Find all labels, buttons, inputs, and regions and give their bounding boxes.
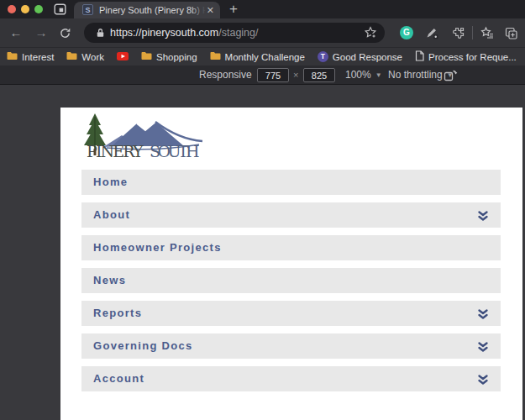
youtube-icon (117, 52, 129, 62)
folder-icon (141, 51, 152, 62)
main-menu: Home About Homeowner Projects News Repor… (81, 170, 501, 399)
address-bar[interactable]: https://pinerysouth.com/staging/ (84, 23, 385, 43)
minimize-window-button[interactable] (21, 5, 29, 13)
grammarly-extension-icon[interactable]: G (400, 26, 413, 39)
pen-extension-icon[interactable] (425, 26, 438, 43)
double-chevron-down-icon[interactable] (478, 308, 488, 323)
page-viewport: PINERY SOUTH Home About (60, 108, 522, 420)
extensions-puzzle-icon[interactable] (452, 26, 465, 43)
new-tab-button[interactable]: + (225, 0, 242, 18)
site-favicon: S (82, 4, 93, 15)
bookmark-good-response[interactable]: T Good Response (318, 51, 402, 62)
bookmark-youtube[interactable] (117, 52, 129, 62)
url-host: https://pinerysouth.com (110, 27, 218, 39)
menu-item-governing-docs[interactable]: Governing Docs (81, 333, 501, 359)
close-window-button[interactable] (8, 5, 16, 13)
zoom-dropdown[interactable]: 100%▼ (345, 66, 382, 84)
bookmark-process-for-request[interactable]: Process for Reque... (415, 50, 517, 63)
rotate-viewport-icon[interactable] (444, 69, 458, 84)
bookmark-interest[interactable]: Interest (7, 51, 54, 62)
folder-icon (66, 51, 77, 62)
dimension-separator: × (293, 66, 298, 84)
menu-item-home[interactable]: Home (81, 170, 501, 195)
folder-icon (7, 51, 18, 62)
tab-overview-icon[interactable] (54, 3, 66, 18)
double-chevron-down-icon[interactable] (478, 341, 488, 356)
chevron-down-icon: ▼ (375, 71, 382, 79)
forward-icon[interactable]: → (32, 18, 50, 47)
t-badge-icon: T (318, 51, 328, 62)
reload-icon[interactable] (59, 27, 71, 43)
menu-item-homeowner-projects[interactable]: Homeowner Projects (81, 235, 501, 260)
collections-icon[interactable] (504, 26, 518, 44)
viewport-height-input[interactable] (303, 68, 335, 82)
logo-word-south: SOUTH (150, 142, 200, 160)
zoom-window-button[interactable] (34, 5, 43, 13)
bookmark-monthly-challenge[interactable]: Monthly Challenge (210, 51, 305, 62)
double-chevron-down-icon[interactable] (478, 210, 488, 225)
close-tab-icon[interactable]: ✕ (207, 2, 214, 18)
device-toolbar: Responsive▼ × 100%▼ No throttling▼ (0, 66, 525, 85)
menu-item-reports[interactable]: Reports (81, 301, 501, 326)
navigation-bar: ← → https://pinerysouth.com/staging/ G (0, 18, 525, 47)
active-tab[interactable]: S Pinery South (Pinery 8b) HOA ✕ (74, 2, 220, 18)
bookmark-this-page-icon[interactable] (364, 26, 377, 43)
tab-title-fade (190, 2, 208, 18)
menu-item-news[interactable]: News (81, 268, 501, 293)
url-text: https://pinerysouth.com/staging/ (110, 23, 259, 43)
menu-item-account[interactable]: Account (81, 366, 501, 391)
viewport-width-input[interactable] (257, 68, 289, 82)
toolbar-divider (472, 26, 473, 39)
browser-window: S Pinery South (Pinery 8b) HOA ✕ + ← → h… (0, 0, 525, 420)
device-mode-dropdown[interactable]: Responsive▼ (199, 66, 263, 84)
document-icon (415, 50, 424, 63)
bookmark-shopping[interactable]: Shopping (141, 51, 197, 62)
bookmark-work[interactable]: Work (66, 51, 104, 62)
favorites-icon[interactable] (480, 26, 494, 43)
bookmarks-bar: Interest Work Shopping Monthly Challenge… (0, 47, 525, 66)
tab-bar: S Pinery South (Pinery 8b) HOA ✕ + (0, 0, 525, 18)
lock-icon[interactable] (95, 27, 106, 42)
back-icon[interactable]: ← (7, 18, 25, 47)
devtools-emulation-area: PINERY SOUTH Home About (0, 85, 525, 420)
double-chevron-down-icon[interactable] (478, 374, 488, 389)
site-logo[interactable]: PINERY SOUTH (81, 112, 207, 164)
menu-item-about[interactable]: About (81, 202, 501, 228)
folder-icon (210, 51, 221, 62)
url-path: /staging/ (218, 27, 258, 39)
